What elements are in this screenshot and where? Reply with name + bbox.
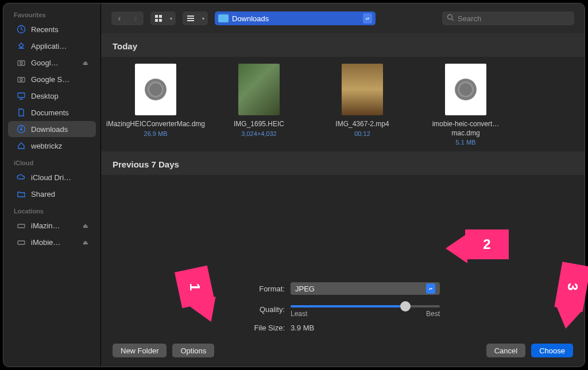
back-button[interactable]: ‹ — [111, 11, 127, 25]
sidebar-item-label: Documents — [31, 108, 69, 117]
disk-icon — [16, 237, 26, 247]
sidebar-item-label: Applicati… — [31, 42, 67, 50]
file-meta: 00:12 — [354, 130, 370, 137]
filesize-label: File Size: — [113, 324, 285, 332]
new-folder-button[interactable]: New Folder — [113, 344, 167, 357]
sidebar-section-favourites: Favourites — [3, 9, 100, 21]
toolbar: ‹ › ▾ ▾ Downloads ▴▾ Search — [101, 3, 585, 33]
disk-icon — [16, 220, 26, 231]
document-icon — [16, 107, 26, 118]
file-grid-today: iMazingHEICConverterMac.dmg 26.9 MB IMG_… — [101, 64, 585, 151]
file-item[interactable]: IMG_4367-2.mp4 00:12 — [319, 64, 405, 146]
quality-slider[interactable] — [291, 305, 440, 307]
sidebar-item-webtrickz[interactable]: webtrickz — [8, 138, 96, 154]
sidebar-item-label: iMazin… — [31, 221, 60, 230]
dialog-button-row: New Folder Options Cancel Choose — [113, 344, 573, 357]
icon-view-icon — [150, 11, 167, 25]
forward-button[interactable]: › — [127, 11, 144, 25]
folder-icon — [218, 14, 229, 22]
nav-group: ‹ › — [111, 11, 144, 25]
updown-chevron-icon: ▴▾ — [426, 283, 435, 294]
sidebar-item-desktop[interactable]: Desktop — [8, 88, 96, 104]
chevron-down-icon: ▾ — [167, 16, 176, 21]
chevron-down-icon: ▾ — [199, 16, 208, 21]
sidebar-item-shared[interactable]: Shared — [8, 186, 96, 202]
file-meta: 26.9 MB — [144, 130, 168, 137]
eject-icon[interactable]: ⏏ — [83, 60, 88, 66]
svg-rect-7 — [18, 224, 25, 228]
search-input[interactable]: Search — [442, 11, 574, 25]
sidebar-item-label: Downloads — [31, 125, 68, 134]
sidebar-item-label: iMobie… — [31, 238, 60, 247]
options-button[interactable]: Options — [172, 344, 214, 357]
eject-icon[interactable]: ⏏ — [83, 223, 88, 229]
file-thumbnail-video — [342, 64, 383, 115]
view-icons-group[interactable]: ▾ — [150, 11, 176, 25]
svg-point-16 — [448, 15, 452, 20]
download-icon — [16, 124, 26, 134]
svg-rect-11 — [155, 19, 158, 22]
cancel-button[interactable]: Cancel — [486, 344, 525, 357]
list-group-icon — [183, 11, 199, 25]
file-thumbnail-dmg — [445, 64, 486, 115]
file-name: IMG_1695.HEIC — [234, 120, 284, 129]
file-browser-content: Today iMazingHEICConverterMac.dmg 26.9 M… — [101, 33, 585, 276]
sidebar-item-applications[interactable]: Applicati… — [8, 38, 96, 54]
format-select[interactable]: JPEG ▴▾ — [291, 282, 440, 295]
slider-least-label: Least — [291, 310, 307, 318]
sidebar-item-label: Recents — [31, 25, 59, 34]
sidebar-item-label: webtrickz — [31, 142, 62, 150]
choose-button[interactable]: Choose — [531, 344, 573, 357]
svg-rect-3 — [18, 77, 25, 82]
sidebar-item-label: Shared — [31, 190, 55, 198]
file-meta: 5.1 MB — [456, 139, 476, 146]
svg-rect-13 — [187, 15, 194, 17]
location-label: Downloads — [232, 14, 269, 23]
svg-rect-12 — [159, 19, 162, 22]
file-item[interactable]: imobie-heic-convert…mac.dmg 5.1 MB — [423, 64, 509, 146]
file-thumbnail-dmg — [135, 64, 176, 115]
svg-rect-1 — [18, 61, 25, 65]
sidebar-item-imazin[interactable]: iMazin… ⏏ — [8, 217, 96, 233]
sidebar-item-google2[interactable]: Google S… — [8, 71, 96, 87]
sidebar-item-google1[interactable]: Googl… ⏏ — [8, 54, 96, 71]
search-placeholder: Search — [458, 14, 481, 23]
sidebar: Favourites Recents Applicati… Googl… ⏏ G… — [3, 3, 101, 367]
svg-point-4 — [20, 79, 22, 81]
file-name: IMG_4367-2.mp4 — [335, 120, 389, 129]
sidebar-item-imobie[interactable]: iMobie… ⏏ — [8, 234, 96, 250]
file-item[interactable]: iMazingHEICConverterMac.dmg 26.9 MB — [113, 64, 199, 146]
svg-rect-8 — [18, 241, 25, 244]
shared-folder-icon — [16, 189, 26, 199]
options-panel: Format: JPEG ▴▾ Quality: Least Best — [101, 276, 585, 367]
svg-rect-15 — [187, 20, 194, 21]
file-item[interactable]: IMG_1695.HEIC 3,024×4,032 — [216, 64, 302, 146]
updown-chevron-icon: ▴▾ — [363, 13, 372, 24]
applications-icon — [16, 41, 26, 51]
format-value: JPEG — [295, 285, 315, 293]
sidebar-item-icloud-drive[interactable]: iCloud Dri… — [8, 169, 96, 185]
sidebar-item-downloads[interactable]: Downloads — [8, 121, 96, 137]
location-selector[interactable]: Downloads ▴▾ — [215, 11, 376, 25]
clock-icon — [16, 24, 26, 34]
eject-icon[interactable]: ⏏ — [83, 239, 88, 246]
sidebar-section-locations: Locations — [3, 205, 100, 217]
sidebar-item-recents[interactable]: Recents — [8, 21, 96, 37]
filesize-value: 3.9 MB — [291, 324, 314, 332]
camera-icon — [16, 74, 26, 84]
sidebar-item-documents[interactable]: Documents — [8, 104, 96, 120]
sidebar-item-label: Desktop — [31, 92, 59, 100]
svg-point-2 — [20, 62, 22, 64]
main-panel: ‹ › ▾ ▾ Downloads ▴▾ Search Today — [101, 3, 585, 367]
search-icon — [447, 14, 454, 23]
slider-thumb[interactable] — [400, 301, 411, 311]
group-by-group[interactable]: ▾ — [183, 11, 208, 25]
desktop-icon — [16, 91, 26, 101]
svg-rect-10 — [159, 15, 162, 18]
file-meta: 3,024×4,032 — [241, 130, 276, 137]
file-thumbnail-image — [238, 64, 280, 115]
home-icon — [16, 141, 26, 151]
group-header-today: Today — [101, 33, 585, 57]
quality-label: Quality: — [113, 305, 285, 314]
sidebar-item-label: Googl… — [31, 59, 59, 67]
